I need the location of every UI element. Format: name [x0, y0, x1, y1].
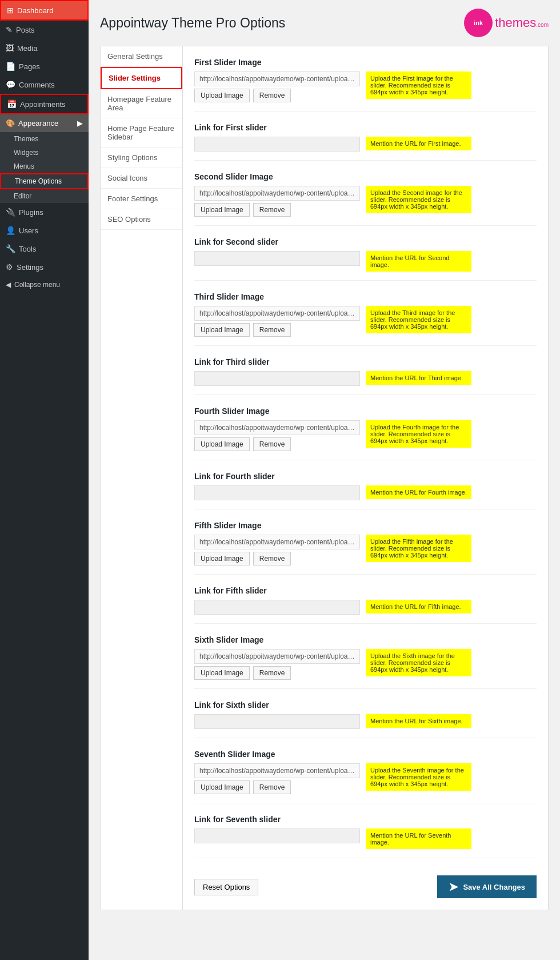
- fourth-slider-remove-button[interactable]: Remove: [253, 437, 291, 451]
- seventh-link-input[interactable]: [194, 828, 360, 843]
- fourth-slider-image-hint: Upload the Fourth image for the slider. …: [366, 420, 471, 448]
- third-slider-remove-button[interactable]: Remove: [253, 323, 291, 337]
- seventh-slider-image-url-input[interactable]: [194, 763, 360, 778]
- sidebar-item-theme-options[interactable]: Theme Options: [0, 173, 89, 189]
- nav-social-icons[interactable]: Social Icons: [101, 168, 182, 189]
- fifth-slider-image-title: Fifth Slider Image: [194, 521, 537, 530]
- first-slider-remove-button[interactable]: Remove: [253, 89, 291, 102]
- fifth-link-hint: Mention the URL for Fifth image.: [366, 600, 471, 614]
- sidebar-item-plugins[interactable]: 🔌 Plugins: [0, 203, 89, 221]
- sidebar-item-pages[interactable]: 📄 Pages: [0, 57, 89, 75]
- third-slider-upload-button[interactable]: Upload Image: [194, 323, 250, 337]
- sixth-slider-image-group: Upload Image Remove Upload the Sixth ima…: [194, 649, 537, 680]
- comments-icon: 💬: [6, 80, 15, 89]
- slider-section-fourth: Fourth Slider Image Upload Image Remove …: [194, 407, 537, 460]
- save-arrow-icon: ➤: [449, 880, 458, 894]
- fourth-link-input[interactable]: [194, 485, 360, 500]
- fifth-link-group: Mention the URL for Fifth image.: [194, 600, 537, 615]
- second-slider-image-group: Upload Image Remove Upload the Second im…: [194, 186, 537, 217]
- second-slider-image-controls: Upload Image Remove: [194, 186, 360, 217]
- fifth-link-title: Link for Fifth slider: [194, 586, 537, 595]
- link-section-second: Link for Second slider Mention the URL f…: [194, 237, 537, 281]
- nav-styling-options[interactable]: Styling Options: [101, 148, 182, 168]
- appointments-icon: 📅: [7, 99, 17, 109]
- sixth-slider-image-url-input[interactable]: [194, 649, 360, 664]
- sixth-slider-upload-button[interactable]: Upload Image: [194, 666, 250, 680]
- second-slider-image-title: Second Slider Image: [194, 172, 537, 181]
- sixth-slider-image-hint: Upload the Sixth image for the slider. R…: [366, 649, 471, 676]
- second-link-hint: Mention the URL for Second image.: [366, 251, 471, 272]
- sidebar: ⊞ Dashboard ✎ Posts 🖼 Media 📄 Pages 💬 Co…: [0, 0, 89, 960]
- second-slider-remove-button[interactable]: Remove: [253, 203, 291, 217]
- fourth-link-hint: Mention the URL for Fourth image.: [366, 485, 471, 499]
- fourth-slider-upload-button[interactable]: Upload Image: [194, 437, 250, 451]
- nav-home-page-feature-sidebar[interactable]: Home Page Feature Sidebar: [101, 118, 182, 148]
- bottom-bar: Reset Options ➤ Save All Changes: [194, 870, 537, 898]
- fourth-slider-image-url-input[interactable]: [194, 420, 360, 435]
- fifth-slider-image-buttons: Upload Image Remove: [194, 552, 360, 565]
- second-slider-upload-button[interactable]: Upload Image: [194, 203, 250, 217]
- first-slider-image-group: Upload Image Remove Upload the First ima…: [194, 71, 537, 102]
- seventh-slider-upload-button[interactable]: Upload Image: [194, 780, 250, 794]
- second-slider-image-url-input[interactable]: [194, 186, 360, 201]
- page-header: Appointway Theme Pro Options ink themes.…: [100, 9, 549, 37]
- sixth-link-input[interactable]: [194, 714, 360, 729]
- posts-icon: ✎: [6, 25, 13, 34]
- sixth-slider-remove-button[interactable]: Remove: [253, 666, 291, 680]
- nav-general-settings[interactable]: General Settings: [101, 46, 182, 67]
- tools-icon: 🔧: [6, 244, 15, 253]
- sidebar-item-tools[interactable]: 🔧 Tools: [0, 240, 89, 258]
- third-link-group: Mention the URL for Third image.: [194, 371, 537, 386]
- nav-homepage-feature-area[interactable]: Homepage Feature Area: [101, 89, 182, 118]
- save-all-changes-button[interactable]: ➤ Save All Changes: [437, 875, 537, 898]
- settings-icon: ⚙: [6, 262, 13, 272]
- third-slider-image-controls: Upload Image Remove: [194, 306, 360, 337]
- first-link-hint: Mention the URL for First image.: [366, 137, 471, 150]
- third-link-title: Link for Third slider: [194, 357, 537, 367]
- sidebar-item-settings[interactable]: ⚙ Settings: [0, 258, 89, 276]
- appearance-header[interactable]: 🎨 Appearance ▶: [0, 114, 89, 132]
- fourth-slider-image-title: Fourth Slider Image: [194, 407, 537, 416]
- sidebar-item-posts[interactable]: ✎ Posts: [0, 21, 89, 39]
- first-slider-image-hint: Upload the First image for the slider. R…: [366, 71, 471, 99]
- first-slider-upload-button[interactable]: Upload Image: [194, 89, 250, 102]
- collapse-menu[interactable]: ◀ Collapse menu: [0, 276, 89, 293]
- main-content: Appointway Theme Pro Options ink themes.…: [89, 0, 560, 960]
- link-section-fourth: Link for Fourth slider Mention the URL f…: [194, 472, 537, 509]
- third-slider-image-title: Third Slider Image: [194, 292, 537, 301]
- sidebar-item-users[interactable]: 👤 Users: [0, 221, 89, 240]
- first-slider-image-controls: Upload Image Remove: [194, 71, 360, 102]
- nav-seo-options[interactable]: SEO Options: [101, 209, 182, 230]
- sidebar-item-dashboard[interactable]: ⊞ Dashboard: [0, 0, 89, 21]
- link-section-first: Link for First slider Mention the URL fo…: [194, 123, 537, 161]
- seventh-slider-image-controls: Upload Image Remove: [194, 763, 360, 794]
- sidebar-item-editor[interactable]: Editor: [0, 189, 89, 203]
- reset-options-button[interactable]: Reset Options: [194, 879, 258, 895]
- sidebar-item-media[interactable]: 🖼 Media: [0, 39, 89, 57]
- sidebar-item-menus[interactable]: Menus: [0, 160, 89, 173]
- third-slider-image-group: Upload Image Remove Upload the Third ima…: [194, 306, 537, 337]
- nav-slider-settings[interactable]: Slider Settings: [101, 67, 182, 89]
- third-link-input[interactable]: [194, 371, 360, 386]
- slider-section-fifth: Fifth Slider Image Upload Image Remove U…: [194, 521, 537, 575]
- fifth-slider-remove-button[interactable]: Remove: [253, 552, 291, 565]
- fifth-link-input[interactable]: [194, 600, 360, 615]
- sidebar-item-appointments[interactable]: 📅 Appointments: [0, 94, 89, 114]
- seventh-slider-remove-button[interactable]: Remove: [253, 780, 291, 794]
- first-slider-image-url-input[interactable]: [194, 71, 360, 86]
- first-link-input[interactable]: [194, 137, 360, 152]
- fifth-slider-upload-button[interactable]: Upload Image: [194, 552, 250, 565]
- third-slider-image-url-input[interactable]: [194, 306, 360, 321]
- sidebar-item-comments[interactable]: 💬 Comments: [0, 75, 89, 94]
- seventh-slider-image-buttons: Upload Image Remove: [194, 780, 360, 794]
- nav-footer-settings[interactable]: Footer Settings: [101, 189, 182, 209]
- fifth-slider-image-hint: Upload the Fifth image for the slider. R…: [366, 535, 471, 562]
- link-section-sixth: Link for Sixth slider Mention the URL fo…: [194, 700, 537, 738]
- third-link-hint: Mention the URL for Third image.: [366, 371, 471, 385]
- fifth-slider-image-url-input[interactable]: [194, 535, 360, 549]
- second-link-input[interactable]: [194, 251, 360, 266]
- sidebar-item-themes[interactable]: Themes: [0, 132, 89, 146]
- sidebar-item-widgets[interactable]: Widgets: [0, 146, 89, 160]
- first-link-title: Link for First slider: [194, 123, 537, 132]
- sixth-link-title: Link for Sixth slider: [194, 700, 537, 710]
